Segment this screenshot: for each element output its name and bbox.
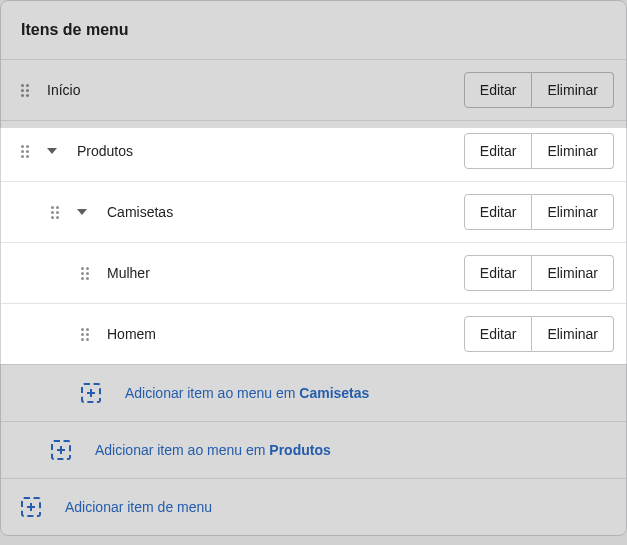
delete-button[interactable]: Eliminar — [532, 194, 614, 230]
menu-item-row: Camisetas Editar Eliminar — [1, 182, 626, 243]
add-item-label: Adicionar item de menu — [65, 499, 212, 515]
drag-handle-icon[interactable] — [21, 84, 33, 97]
card-header: Itens de menu — [1, 1, 626, 60]
add-item-camisetas[interactable]: Adicionar item ao menu em Camisetas — [1, 365, 626, 422]
edit-button[interactable]: Editar — [464, 72, 533, 108]
row-actions: Editar Eliminar — [464, 194, 614, 230]
add-item-label: Adicionar item ao menu em Produtos — [95, 442, 331, 458]
row-actions: Editar Eliminar — [464, 133, 614, 169]
menu-item-row: Mulher Editar Eliminar — [1, 243, 626, 304]
edit-button[interactable]: Editar — [464, 255, 533, 291]
menu-item-label: Homem — [107, 326, 464, 342]
edit-button[interactable]: Editar — [464, 133, 533, 169]
add-item-root[interactable]: Adicionar item de menu — [1, 479, 626, 535]
drag-handle-icon[interactable] — [81, 328, 93, 341]
edit-button[interactable]: Editar — [464, 194, 533, 230]
add-icon — [81, 383, 101, 403]
row-actions: Editar Eliminar — [464, 316, 614, 352]
drag-handle-icon[interactable] — [81, 267, 93, 280]
menu-item-row: Início Editar Eliminar — [1, 60, 626, 121]
row-actions: Editar Eliminar — [464, 255, 614, 291]
delete-button[interactable]: Eliminar — [532, 72, 614, 108]
menu-item-row: Homem Editar Eliminar — [1, 304, 626, 365]
drag-handle-icon[interactable] — [51, 206, 63, 219]
chevron-down-icon[interactable] — [77, 209, 87, 215]
menu-item-row: Produtos Editar Eliminar — [1, 121, 626, 182]
add-item-produtos[interactable]: Adicionar item ao menu em Produtos — [1, 422, 626, 479]
chevron-down-icon[interactable] — [47, 148, 57, 154]
menu-item-label: Camisetas — [107, 204, 464, 220]
drag-handle-icon[interactable] — [21, 145, 33, 158]
add-icon — [51, 440, 71, 460]
add-icon — [21, 497, 41, 517]
menu-item-label: Início — [47, 82, 464, 98]
delete-button[interactable]: Eliminar — [532, 316, 614, 352]
delete-button[interactable]: Eliminar — [532, 133, 614, 169]
card-title: Itens de menu — [21, 21, 129, 38]
menu-item-label: Produtos — [77, 143, 464, 159]
menu-items-card: Itens de menu Início Editar Eliminar Pro… — [0, 0, 627, 536]
menu-item-label: Mulher — [107, 265, 464, 281]
row-actions: Editar Eliminar — [464, 72, 614, 108]
add-item-label: Adicionar item ao menu em Camisetas — [125, 385, 369, 401]
edit-button[interactable]: Editar — [464, 316, 533, 352]
delete-button[interactable]: Eliminar — [532, 255, 614, 291]
